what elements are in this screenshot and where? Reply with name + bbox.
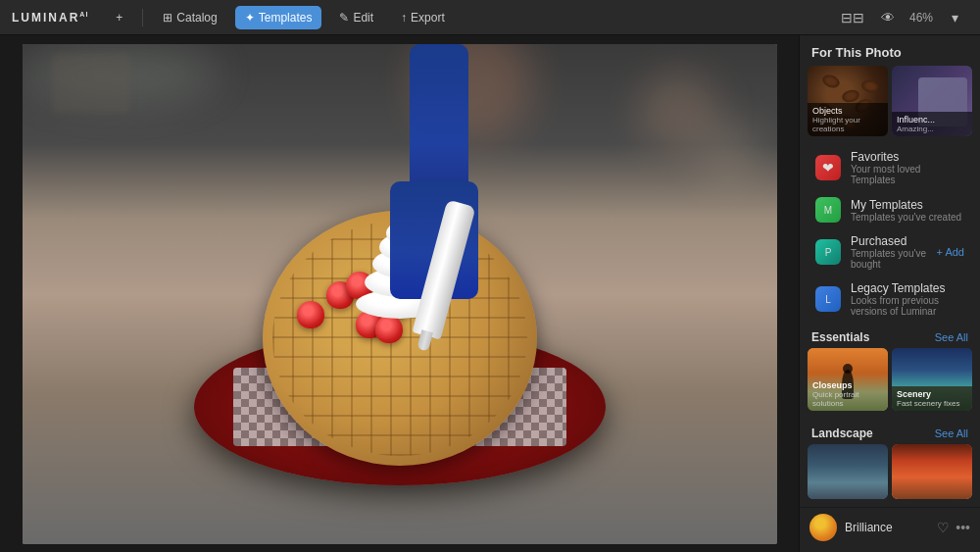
landscape-header: Landscape See All — [800, 419, 980, 444]
main-area: For This Photo Objects Highlight your cr… — [0, 35, 980, 552]
for-this-photo-row: Objects Highlight your creations Influen… — [800, 66, 980, 144]
influence-thumb[interactable]: Influenc... Amazing... — [892, 66, 972, 136]
catalog-label: Catalog — [176, 11, 217, 25]
brilliance-heart-icon[interactable]: ♡ — [937, 520, 950, 535]
brilliance-item[interactable]: Brilliance ♡ ••• — [800, 507, 980, 547]
landscape-row — [800, 444, 980, 507]
eye-button[interactable]: 👁 — [874, 6, 902, 29]
zoom-chevron-button[interactable]: ▾ — [941, 6, 968, 29]
main-photo — [23, 44, 777, 544]
purchased-desc: Templates you've bought — [851, 248, 927, 270]
landscape-thumb-1[interactable] — [808, 444, 888, 499]
sidebar-item-legacy[interactable]: L Legacy Templates Looks from previous v… — [804, 276, 976, 323]
essentials-header: Essentials See All — [800, 323, 980, 348]
photo-area — [0, 35, 799, 552]
closeups-thumb[interactable]: Closeups Quick portrait solutions — [808, 348, 888, 411]
sidebar: For This Photo Objects Highlight your cr… — [799, 35, 980, 552]
brilliance-icon — [809, 514, 837, 541]
objects-label: Objects Highlight your creations — [808, 103, 888, 136]
legacy-label: Legacy Templates — [851, 281, 964, 295]
bg-item-1 — [52, 54, 130, 113]
closeups-label: Closeups Quick portrait solutions — [808, 377, 888, 411]
app-version: AI — [79, 11, 88, 18]
landscape-thumb-2[interactable] — [892, 444, 972, 499]
sidebar-item-favorites[interactable]: ❤ Favorites Your most loved Templates — [804, 144, 976, 191]
strawberry-1 — [297, 301, 324, 328]
favorites-icon: ❤ — [815, 155, 841, 180]
my-templates-label: My Templates — [851, 198, 964, 212]
my-templates-icon: M — [815, 197, 841, 223]
app-logo: LUMINARAI — [12, 11, 88, 25]
legacy-icon: L — [815, 286, 841, 312]
edit-button[interactable]: ✎ Edit — [329, 6, 383, 29]
edit-label: Edit — [353, 11, 373, 25]
influence-label: Influenc... Amazing... — [892, 112, 972, 136]
purchased-label: Purchased — [851, 234, 927, 248]
landscape-title: Landscape — [811, 427, 935, 440]
edit-icon: ✎ — [339, 11, 349, 25]
gloved-hand — [341, 44, 537, 377]
scenery-label: Scenery Fast scenery fixes — [892, 386, 972, 411]
objects-thumb[interactable]: Objects Highlight your creations — [808, 66, 888, 136]
zoom-level: 46% — [909, 11, 933, 25]
sidebar-item-my-templates[interactable]: M My Templates Templates you've created — [804, 191, 976, 228]
scenery-thumb[interactable]: Scenery Fast scenery fixes — [892, 348, 972, 411]
view-toggle-button[interactable]: ⊟⊟ — [839, 6, 866, 29]
topbar: LUMINARAI + ⊞ Catalog ✦ Templates ✎ Edit… — [0, 0, 980, 35]
essentials-see-all-button[interactable]: See All — [935, 331, 968, 343]
essentials-title: Essentials — [811, 330, 935, 344]
for-this-photo-title: For This Photo — [800, 35, 980, 66]
brilliance-label: Brilliance — [845, 521, 929, 534]
export-button[interactable]: ↑ Export — [391, 6, 455, 29]
favorites-desc: Your most loved Templates — [851, 164, 964, 185]
add-purchased-button[interactable]: + Add — [937, 246, 964, 258]
brilliance-actions: ♡ ••• — [937, 520, 970, 535]
sidebar-item-purchased[interactable]: P Purchased Templates you've bought + Ad… — [804, 228, 976, 276]
export-icon: ↑ — [401, 11, 407, 25]
catalog-button[interactable]: ⊞ Catalog — [153, 6, 226, 29]
separator-1 — [142, 9, 143, 26]
catalog-icon: ⊞ — [163, 11, 172, 25]
export-label: Export — [411, 11, 445, 25]
templates-button[interactable]: ✦ Templates — [235, 6, 322, 29]
topbar-right: ⊟⊟ 👁 46% ▾ — [839, 6, 968, 29]
favorites-label: Favorites — [851, 150, 964, 164]
purchased-icon: P — [815, 239, 841, 265]
templates-label: Templates — [259, 11, 313, 25]
legacy-desc: Looks from previous versions of Luminar — [851, 295, 964, 317]
add-button[interactable]: + — [106, 6, 132, 29]
landscape-see-all-button[interactable]: See All — [935, 427, 968, 439]
essentials-row: Closeups Quick portrait solutions Scener… — [800, 348, 980, 419]
brilliance-more-icon[interactable]: ••• — [956, 520, 970, 535]
my-templates-desc: Templates you've created — [851, 212, 964, 223]
templates-icon: ✦ — [245, 11, 255, 25]
